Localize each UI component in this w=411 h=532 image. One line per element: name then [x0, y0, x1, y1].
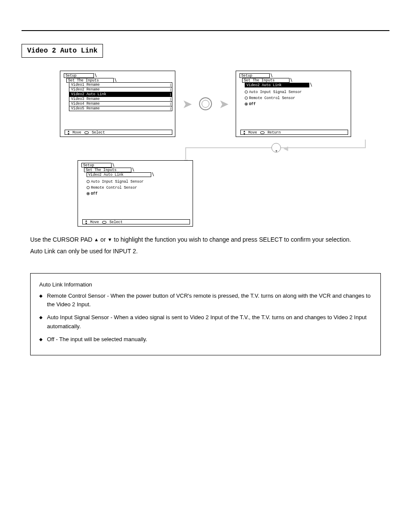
footer-move: Move — [72, 131, 81, 135]
menu-screen-3: Setup Set The Inputs Video2 Auto Link Au… — [78, 160, 193, 227]
arrow-right-icon: ➤ — [219, 97, 229, 111]
tab-setup: Setup — [240, 73, 270, 78]
tab-setup: Setup — [81, 163, 112, 168]
arrow-left-icon: ◀ — [283, 145, 288, 152]
instruction-p1: Use the CURSOR PAD ▲ or ▼ to highlight t… — [30, 235, 381, 244]
arrow-right-icon: ➤ — [182, 97, 192, 111]
flow-row-2: Setup Set The Inputs Video2 Auto Link Au… — [78, 160, 389, 227]
radio-list: Auto Input Signal SensorRemote Control S… — [87, 180, 143, 198]
p2b: 2. — [133, 248, 138, 255]
footer-move: Move — [248, 131, 257, 135]
footer-action: Return — [268, 131, 281, 135]
p2a: Auto Link can only be used for INPUT — [30, 248, 131, 255]
menu-screen-2: Setup Set The Inputs Video2 Auto Link Au… — [236, 71, 351, 137]
instruction-p2: Auto Link can only be used for INPUT 2. — [30, 247, 381, 256]
radio-icon — [87, 180, 90, 183]
menu-list: Video1 Rename⟩Video2 Rename⟩Video2 Auto … — [69, 83, 172, 111]
menu-item: Video5 Rename⟩ — [69, 106, 172, 111]
radio-icon — [87, 186, 90, 189]
flow-row-1: Setup Set The Inputs Video1 Rename⟩Video… — [22, 71, 389, 137]
radio-option: Off — [245, 102, 302, 106]
updown-icon: ▲▼ — [243, 130, 245, 135]
select-oval-icon — [102, 221, 106, 224]
tab-video2-autolink: Video2 Auto Link — [87, 172, 151, 177]
footer-action: Select — [92, 131, 105, 135]
section-title: Video 2 Auto Link — [22, 44, 103, 58]
radio-icon — [245, 96, 248, 100]
flow-connector: ▼ ◀ — [78, 140, 411, 156]
radio-label: Off — [249, 102, 255, 106]
radio-list: Auto Input Signal SensorRemote Control S… — [245, 90, 302, 108]
updown-icon: ▲▼ — [85, 220, 87, 225]
select-oval-icon — [84, 131, 89, 134]
triangle-up-icon: ▲ — [94, 237, 99, 242]
select-button-icon — [199, 97, 212, 110]
radio-label: Auto Input Signal Sensor — [249, 90, 302, 94]
body-text: Use the CURSOR PAD ▲ or ▼ to highlight t… — [22, 235, 389, 256]
radio-option: Remote Control Sensor — [245, 96, 302, 100]
radio-icon — [245, 103, 248, 106]
chevron-right-icon: ⟩ — [169, 107, 171, 111]
tab-set-inputs: Set The Inputs — [242, 78, 290, 83]
info-bullets: Remote Control Sensor - When the power b… — [39, 292, 372, 344]
radio-icon — [245, 90, 248, 93]
tab-setup: Setup — [64, 73, 94, 78]
footer-bar: ▲▼ Move Select — [82, 219, 190, 224]
radio-label: Remote Control Sensor — [91, 186, 137, 190]
radio-label: Auto Input Signal Sensor — [91, 180, 143, 184]
tab-set-inputs: Set The Inputs — [84, 168, 131, 172]
updown-icon: ▲▼ — [68, 130, 69, 135]
down-button-icon — [271, 143, 281, 152]
menu-screen-1: Setup Set The Inputs Video1 Rename⟩Video… — [60, 71, 175, 137]
radio-option: Off — [87, 192, 143, 196]
footer-bar: ▲▼ Move Select — [65, 130, 172, 135]
radio-option: Auto Input Signal Sensor — [87, 180, 143, 184]
footer-move: Move — [90, 220, 99, 224]
radio-label: Remote Control Sensor — [249, 96, 295, 100]
footer-bar: ▲▼ Move Return — [240, 130, 348, 135]
top-rule — [22, 30, 389, 31]
tab-video2-autolink: Video2 Auto Link — [245, 83, 309, 87]
info-bullet: Off - The input will be selected manuall… — [39, 335, 372, 344]
radio-icon — [87, 192, 90, 195]
auto-link-info-block: Auto Link Information Remote Control Sen… — [30, 273, 381, 355]
radio-option: Auto Input Signal Sensor — [245, 90, 302, 94]
info-title: Auto Link Information — [39, 280, 372, 289]
triangle-down-icon: ▼ — [107, 237, 112, 242]
info-bullet: Remote Control Sensor - When the power b… — [39, 292, 372, 309]
radio-option: Remote Control Sensor — [87, 186, 143, 190]
info-bullet: Auto Input Signal Sensor - When a video … — [39, 313, 372, 330]
select-oval-icon — [260, 131, 265, 134]
radio-label: Off — [91, 192, 97, 196]
footer-action: Select — [109, 220, 123, 224]
